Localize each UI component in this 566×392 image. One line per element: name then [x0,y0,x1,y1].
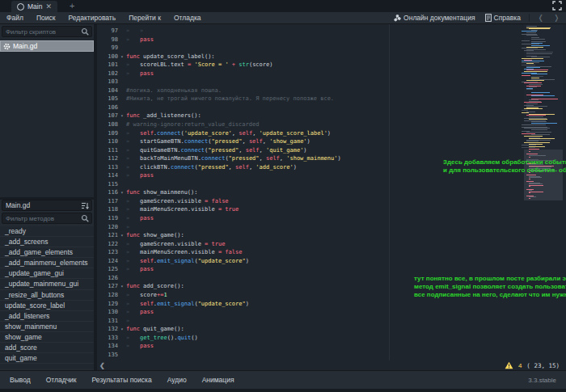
code-line-117[interactable]: 117»gameScreen.visible = false [97,197,524,206]
code-line-121[interactable]: 121▾func show_game(): [97,231,524,240]
method-item-_update_game_gui[interactable]: _update_game_gui [0,268,94,279]
code-line-103[interactable]: 103 [97,78,524,86]
code-line-125[interactable]: 125»pass [97,265,524,274]
code-line-131[interactable]: 131» [97,317,524,326]
fold-icon[interactable]: ▾ [118,112,126,120]
history-back-button[interactable]: ❬ [534,14,547,22]
menu-0[interactable]: Файл [0,14,30,22]
bottom-tab-3[interactable]: Аудио [167,376,187,384]
code-line-119[interactable]: 119»pass [97,214,524,223]
tab-indent-mark: » [126,291,140,300]
method-item-_add_game_elements[interactable]: _add_game_elements [0,247,94,258]
method-filter-input[interactable] [2,215,81,222]
script-filter-input[interactable] [2,28,81,36]
bottom-tab-0[interactable]: Вывод [10,376,31,384]
code-line-105[interactable]: 105#Никита, не трогай ничего пожалуйста.… [97,95,524,103]
tab-indent-mark: » [140,27,154,36]
code-line-129[interactable]: 129»self.emit_signal("update_score") [97,300,524,309]
line-number: 123 [97,248,118,257]
fold-icon[interactable]: ▾ [118,231,126,240]
distraction-free-icon[interactable] [552,1,562,11]
fold-gutter [118,44,126,53]
scene-tab-main[interactable]: Main ✕ [11,1,57,12]
script-filter [2,26,92,37]
minimap-line [522,124,546,125]
code-token: self [140,129,154,138]
bottom-tab-1[interactable]: Отладчик [46,376,77,384]
method-item-add_score[interactable]: add_score [0,343,94,353]
fold-icon[interactable]: ▾ [118,325,126,334]
warning-count[interactable]: 4 [518,362,522,369]
code-line-118[interactable]: 118»mainMenuScreen.visible = true [97,205,524,214]
code-line-135[interactable]: 135 [97,351,524,360]
method-item-_update_mainmenu_gui[interactable]: _update_mainmenu_gui [0,279,94,289]
scroll-left-icon[interactable]: ❮ [97,362,105,369]
code-line-109[interactable]: 109»self.connect('update_score', self, '… [97,129,524,138]
code-token: func [126,282,143,291]
fold-icon[interactable]: ▾ [118,53,126,61]
method-item-show_game[interactable]: show_game [0,332,94,343]
method-item-_add_mainmenu_elements[interactable]: _add_mainmenu_elements [0,258,94,268]
code-line-98[interactable]: 98»pass [97,36,524,44]
method-item-_resize_all_buttons[interactable]: _resize_all_buttons [0,290,94,301]
code-line-99[interactable]: 99 [97,44,524,53]
menu-3[interactable]: Перейти к [122,14,167,22]
code-token: ) [327,129,331,138]
script-item-main-gd[interactable]: Main.gd [0,40,94,52]
code-line-123[interactable]: 123»mainMenuScreen.visible = false [97,248,524,257]
code-token: show_game(): [143,231,184,240]
code-line-106[interactable]: 106 [97,103,524,112]
fold-gutter [118,129,126,138]
code-line-133[interactable]: 133»get_tree().quit() [97,334,524,343]
method-item-quit_game[interactable]: quit_game [0,353,94,364]
code-line-108[interactable]: 108# warning-ignore:return_value_discard… [97,120,524,129]
code-token: self [246,146,260,155]
close-tab-icon[interactable]: ✕ [45,3,52,11]
fold-icon[interactable]: ▾ [118,282,126,291]
fold-gutter [118,86,126,95]
method-item-_add_listeners[interactable]: _add_listeners [0,311,94,322]
code-line-134[interactable]: 134»pass [97,342,524,351]
code-line-120[interactable]: 120» [97,223,524,232]
code-line-116[interactable]: 116▾func show_mainmenu(): [97,188,524,197]
menu-2[interactable]: Редактировать [61,14,122,22]
history-forward-button[interactable]: ❭ [550,14,563,22]
code-line-124[interactable]: 124»self.emit_signal("update_score") [97,257,524,266]
method-item-show_mainmenu[interactable]: show_mainmenu [0,322,94,332]
code-text[interactable]: 97»»98»pass99100▾func update_score_label… [97,27,524,360]
code-line-100[interactable]: 100▾func update_score_label(): [97,53,524,61]
menu-4[interactable]: Отладка [167,14,208,22]
minimap-line [522,40,530,41]
minimap-viewport[interactable] [524,150,563,200]
code-token: pass [140,171,154,180]
fold-icon[interactable]: ▾ [118,188,126,197]
warning-icon[interactable] [505,361,513,369]
new-tab-button[interactable]: + [70,1,74,11]
code-token: + [229,61,239,70]
code-token: quitGameBTN. [140,146,181,155]
help-button[interactable]: Справка [482,14,524,22]
sort-methods-button[interactable] [81,202,91,209]
code-line-130[interactable]: 130»pass [97,308,524,317]
menu-1[interactable]: Поиск [30,14,62,22]
code-token: "update_score" [198,300,246,309]
code-line-104[interactable]: 104#логика. холодненькая пошла. [97,86,524,95]
code-line-122[interactable]: 122»gameScreen.visible = true [97,240,524,249]
code-editor[interactable]: 97»»98»pass99100▾func update_score_label… [97,24,566,370]
code-line-111[interactable]: 111»quitGameBTN.connect("pressed", self,… [97,146,524,155]
code-line-132[interactable]: 132▾func quit_game(): [97,325,524,334]
bottom-tab-2[interactable]: Результаты поиска [92,376,152,384]
method-item-_add_screens[interactable]: _add_screens [0,237,94,247]
tab-indent-mark: » [126,197,140,206]
bottom-tab-4[interactable]: Анимация [202,376,234,384]
code-line-115[interactable]: 115 [97,180,524,189]
method-item-update_score_label[interactable]: update_score_label [0,301,94,311]
code-line-101[interactable]: 101»scoreLBL.text = 'Score = ' + str(sco… [97,61,524,70]
method-item-_ready[interactable]: _ready [0,226,94,237]
code-line-107[interactable]: 107▾func _add_listeners(): [97,112,524,120]
online-docs-button[interactable]: Онлайн документация [391,14,478,22]
code-line-102[interactable]: 102»pass [97,70,524,78]
code-line-97[interactable]: 97»» [97,27,524,36]
code-line-110[interactable]: 110»startGameBTN.connect("pressed", self… [97,137,524,146]
code-token: = false [218,248,243,257]
